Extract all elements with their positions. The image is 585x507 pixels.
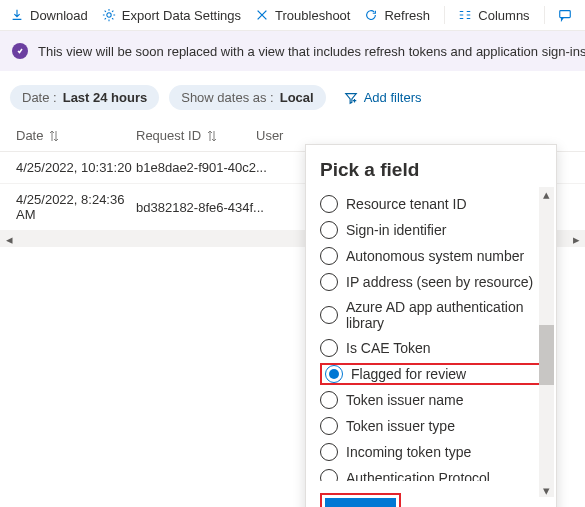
radio-icon [320,339,338,357]
sort-icon [49,130,59,142]
field-option[interactable]: Token issuer name [320,387,542,413]
export-button[interactable]: Export Data Settings [102,8,241,23]
feedback-button[interactable]: Got fe [558,8,575,23]
troubleshoot-icon [255,8,269,22]
filter-icon [344,91,358,105]
show-dates-pill[interactable]: Show dates as : Local [169,85,325,110]
field-option[interactable]: Azure AD app authentication library [320,295,542,335]
column-header-request[interactable]: Request ID [136,128,256,143]
troubleshoot-button[interactable]: Troubleshoot [255,8,350,23]
svg-point-0 [107,13,111,17]
scroll-right-arrow[interactable]: ▸ [567,231,585,247]
columns-label: Columns [478,8,529,23]
field-option[interactable]: Is CAE Token [320,335,542,361]
refresh-label: Refresh [384,8,430,23]
field-option-label: Flagged for review [351,366,466,382]
field-option[interactable]: IP address (seen by resource) [320,269,542,295]
cell-date: 4/25/2022, 10:31:20 [16,160,136,175]
show-dates-label: Show dates as : [181,90,274,105]
download-icon [10,8,24,22]
radio-icon [320,273,338,291]
date-filter-pill[interactable]: Date : Last 24 hours [10,85,159,110]
export-label: Export Data Settings [122,8,241,23]
feedback-icon [558,8,572,22]
radio-icon [320,247,338,265]
columns-button[interactable]: Columns [458,8,529,23]
field-option[interactable]: Incoming token type [320,439,542,465]
scroll-left-arrow[interactable]: ◂ [0,231,18,247]
field-option-label: Incoming token type [346,444,471,460]
scroll-down-arrow[interactable]: ▾ [539,483,554,497]
column-header-date[interactable]: Date [16,128,136,143]
radio-icon [320,443,338,461]
field-option-label: Azure AD app authentication library [346,299,542,331]
show-dates-value: Local [280,90,314,105]
gear-icon [102,8,116,22]
radio-icon [320,195,338,213]
field-option-label: Autonomous system number [346,248,524,264]
radio-icon [320,306,338,324]
field-option-label: Sign-in identifier [346,222,446,238]
popover-title: Pick a field [320,159,556,181]
columns-icon [458,8,472,22]
radio-icon-selected [325,365,343,383]
info-icon [12,43,28,59]
pick-field-popover: Pick a field Resource tenant ID Sign-in … [305,144,557,507]
column-date-label: Date [16,128,43,143]
add-filter-button[interactable]: Add filters [336,85,430,110]
field-option[interactable]: Authentication Protocol [320,465,542,481]
field-option-selected[interactable]: Flagged for review [320,363,542,385]
svg-rect-1 [560,11,571,18]
field-option-list: Resource tenant ID Sign-in identifier Au… [320,191,556,481]
troubleshoot-label: Troubleshoot [275,8,350,23]
filter-bar: Date : Last 24 hours Show dates as : Loc… [0,71,585,120]
download-button[interactable]: Download [10,8,88,23]
sort-icon [207,130,217,142]
cell-request-id: b1e8dae2-f901-40c2... [136,160,266,175]
cell-date: 4/25/2022, 8:24:36 AM [16,192,136,222]
scroll-up-arrow[interactable]: ▴ [539,187,554,201]
add-filter-label: Add filters [364,90,422,105]
date-filter-value: Last 24 hours [63,90,148,105]
field-option-label: Is CAE Token [346,340,431,356]
field-option[interactable]: Token issuer type [320,413,542,439]
cell-request-id: bd382182-8fe6-434f... [136,192,266,222]
radio-icon [320,391,338,409]
command-bar: Download Export Data Settings Troublesho… [0,0,585,31]
info-banner: This view will be soon replaced with a v… [0,31,585,71]
field-option[interactable]: Autonomous system number [320,243,542,269]
field-option[interactable]: Resource tenant ID [320,191,542,217]
refresh-icon [364,8,378,22]
date-filter-label: Date : [22,90,57,105]
field-option-label: Token issuer name [346,392,464,408]
field-option-label: Resource tenant ID [346,196,467,212]
apply-button[interactable]: Apply [325,498,396,507]
apply-highlight: Apply [320,493,401,507]
radio-icon [320,469,338,481]
radio-icon [320,221,338,239]
field-option-label: Token issuer type [346,418,455,434]
column-header-user[interactable]: User [256,128,575,143]
column-request-label: Request ID [136,128,201,143]
radio-icon [320,417,338,435]
download-label: Download [30,8,88,23]
refresh-button[interactable]: Refresh [364,8,430,23]
banner-text: This view will be soon replaced with a v… [38,44,585,59]
field-option[interactable]: Sign-in identifier [320,217,542,243]
field-option-label: IP address (seen by resource) [346,274,533,290]
column-user-label: User [256,128,283,143]
vertical-scrollbar-thumb[interactable] [539,325,554,385]
field-option-label: Authentication Protocol [346,470,490,481]
